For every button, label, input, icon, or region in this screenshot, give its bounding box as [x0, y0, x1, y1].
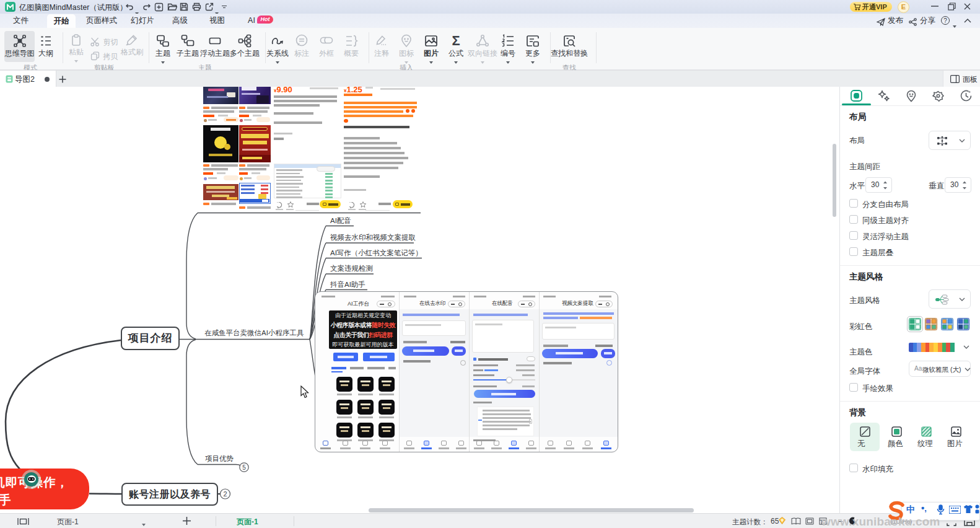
svg-text:2: 2: [223, 490, 227, 498]
svg-text:5: 5: [242, 464, 246, 471]
